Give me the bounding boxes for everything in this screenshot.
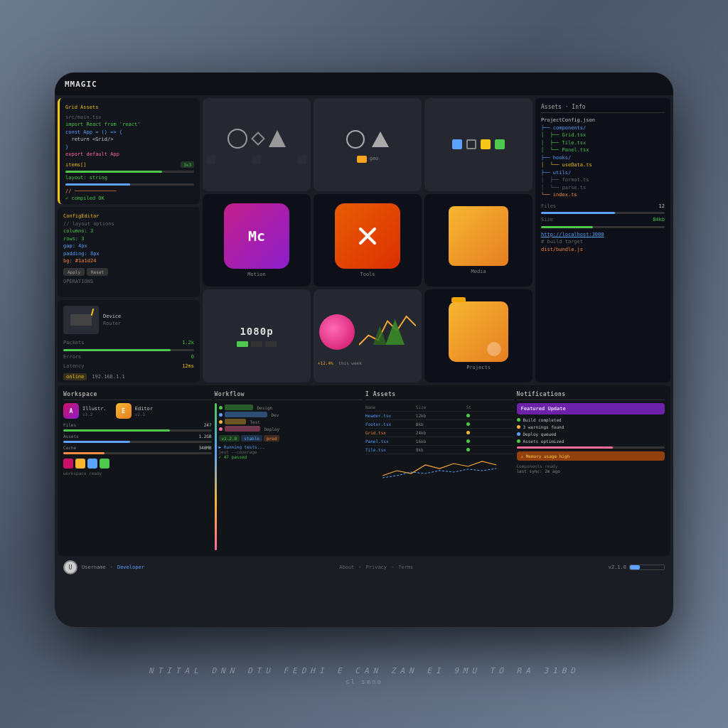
notif-footer: Components ready last sync: 2m ago bbox=[517, 464, 665, 473]
tile-analytics[interactable]: +12.4% this week bbox=[314, 289, 422, 382]
bottom-link-2[interactable]: Privacy bbox=[366, 564, 387, 570]
ws-icon-4[interactable] bbox=[100, 459, 109, 469]
tile-resolution[interactable]: 1080p bbox=[203, 289, 311, 382]
projects-label: Projects bbox=[466, 365, 491, 370]
workflow-details: ▶ Running tests... jest --coverage ✓ 47 … bbox=[219, 444, 363, 459]
panel1-title: Grid Assets bbox=[65, 104, 194, 112]
caption-area: NTITAL DNN DTU FEDHI E CAN ZAN EI 9MU TO… bbox=[0, 666, 728, 685]
bottom-role-label: · bbox=[110, 564, 113, 570]
upper-section: Grid Assets src/main.tsx import React fr… bbox=[58, 98, 670, 382]
device-progress-1 bbox=[63, 349, 194, 351]
tile-shapes2[interactable]: geo bbox=[314, 98, 422, 191]
ctrl-icon-3[interactable] bbox=[298, 156, 306, 164]
reset-button[interactable]: Reset bbox=[87, 268, 108, 276]
color-swatch-1 bbox=[357, 156, 367, 163]
shapes-group bbox=[253, 134, 263, 144]
workflow-tags: v1.2.0 stable prod bbox=[219, 435, 363, 441]
tile-icons-row[interactable] bbox=[424, 98, 532, 191]
ctrl-icon-2[interactable] bbox=[252, 156, 261, 164]
dot-test bbox=[219, 420, 223, 424]
device-stat-3: Latency 12ms bbox=[63, 363, 194, 370]
app-icon-yellow[interactable]: E bbox=[116, 403, 132, 419]
tile-shapes[interactable] bbox=[203, 98, 311, 191]
notif-1: Build completed bbox=[517, 417, 665, 422]
resolution-text: 1080p bbox=[240, 326, 273, 337]
timeline-deploy: Deploy bbox=[219, 426, 363, 432]
tile-tools-app[interactable]: Tools bbox=[314, 194, 422, 287]
ws-bottom-text: workspace ready bbox=[63, 471, 212, 476]
ws-stat-assets: Assets 1.2GB bbox=[63, 434, 212, 439]
avatar-circle: U bbox=[63, 560, 77, 574]
lower-col-workflow: Workflow Design bbox=[215, 391, 363, 550]
notif-text-4: Assets optimized bbox=[523, 439, 665, 444]
ws-progress-cache bbox=[63, 452, 212, 454]
workflow-header: Workflow bbox=[215, 391, 363, 400]
workspace-content: A Illustr. v3.2 E Editor v2.1 bbox=[63, 403, 212, 550]
workflow-content: Design Dev Test bbox=[215, 403, 363, 550]
notif-dot-4 bbox=[517, 439, 520, 443]
ip-tag: 192.168.1.1 bbox=[89, 373, 127, 380]
table-header-row: Name Size St bbox=[365, 403, 514, 412]
bottom-link-3[interactable]: Terms bbox=[398, 564, 413, 570]
ctrl-icon-1[interactable] bbox=[207, 156, 215, 164]
trapezoid-shape bbox=[269, 130, 286, 147]
table-row[interactable]: Grid.tsx 24kb bbox=[365, 429, 514, 437]
stat-files-bar bbox=[541, 212, 665, 214]
block-design bbox=[225, 405, 253, 410]
stat-files: Files 12 bbox=[541, 203, 665, 210]
dot-deploy bbox=[219, 427, 223, 431]
dot-dev bbox=[219, 413, 223, 417]
progress-bar-1 bbox=[65, 171, 194, 173]
tile-projects-folder[interactable]: Projects bbox=[424, 289, 532, 382]
diamond-shape bbox=[251, 132, 265, 146]
assets-table: Name Size St Header.tsx 12kb Footer.tsx … bbox=[365, 403, 514, 454]
notif-dot-1 bbox=[517, 418, 520, 422]
tile2-controls: geo bbox=[353, 156, 383, 166]
ws-stat-files: Files 247 bbox=[63, 422, 212, 427]
bottom-progress-fill bbox=[630, 565, 640, 569]
tile2-label: geo bbox=[370, 156, 379, 163]
ws-icon-2[interactable] bbox=[75, 459, 85, 469]
stat-size-bar bbox=[541, 226, 665, 228]
notifications-header: Notifications bbox=[517, 391, 665, 400]
table-row[interactable]: Tile.tsx 9kb bbox=[365, 446, 514, 454]
app-icon-pink[interactable]: A bbox=[63, 403, 79, 419]
icons-row-container bbox=[446, 134, 510, 155]
ws-icon-3[interactable] bbox=[87, 459, 97, 469]
svg-marker-2 bbox=[373, 326, 387, 345]
folder-tab bbox=[451, 297, 466, 302]
assets-content: Name Size St Header.tsx 12kb Footer.tsx … bbox=[365, 403, 514, 550]
bottom-right: v2.1.0 bbox=[609, 564, 665, 570]
table-row[interactable]: Header.tsx 12kb bbox=[365, 412, 514, 420]
tools-app-icon bbox=[335, 203, 400, 268]
notif-warning: ⚠ Memory usage high bbox=[517, 451, 665, 461]
block-dev bbox=[225, 412, 267, 417]
bottom-progress-bar bbox=[629, 564, 665, 570]
app-tile-grid: geo Mc Motion bbox=[203, 98, 532, 382]
tools-label: Tools bbox=[360, 272, 375, 277]
analytics-period: this week bbox=[338, 360, 362, 365]
tile-controls bbox=[203, 156, 311, 167]
motion-label: Motion bbox=[247, 272, 265, 277]
tile-media-folder[interactable]: Media bbox=[424, 194, 532, 287]
stat-row: items[] 3x3 bbox=[65, 161, 194, 169]
apply-button[interactable]: Apply bbox=[63, 268, 85, 276]
ws-icon-1[interactable] bbox=[63, 459, 73, 469]
lower-col-workspace: Workspace A Illustr. v3.2 E bbox=[63, 391, 212, 550]
bottom-link-1[interactable]: About bbox=[339, 564, 354, 570]
bottom-sub: sl smno bbox=[0, 678, 728, 685]
table-row[interactable]: Panel.tsx 16kb bbox=[365, 437, 514, 446]
folder-icon-inner bbox=[487, 342, 501, 356]
icon-blue bbox=[452, 139, 462, 149]
app-title: MMAGIC bbox=[65, 80, 97, 89]
res-ctrl-3 bbox=[265, 341, 277, 347]
tile-motion-app[interactable]: Mc Motion bbox=[203, 194, 311, 287]
notif-text-2: 3 warnings found bbox=[523, 424, 665, 429]
media-label: Media bbox=[471, 269, 486, 274]
bottom-sep-2: · bbox=[391, 564, 394, 570]
assets-header: I Assets bbox=[365, 391, 514, 400]
bottom-version: v2.1.0 bbox=[609, 564, 626, 570]
lower-col-assets: I Assets Name Size St Header.tsx 12kb bbox=[365, 391, 514, 550]
table-row[interactable]: Footer.tsx 8kb bbox=[365, 420, 514, 429]
shapes-container bbox=[203, 122, 311, 156]
